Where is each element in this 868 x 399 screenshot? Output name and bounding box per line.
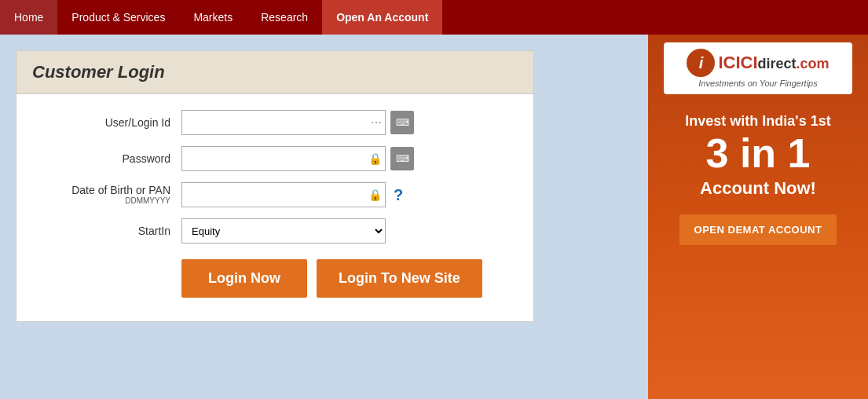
sidebar-promo: Invest with India's 1st 3 in 1 Account N… xyxy=(685,105,830,207)
promo-line1: Invest with India's 1st xyxy=(685,113,830,130)
promo-line2: Account Now! xyxy=(685,178,830,199)
dob-field-wrapper: 🔒 xyxy=(181,182,386,207)
user-id-keyboard-icon[interactable]: ⌨ xyxy=(390,111,414,134)
nav-products[interactable]: Product & Services xyxy=(57,0,179,35)
logo-box: i ICICI direct .com Investments on Your … xyxy=(664,42,852,94)
password-row: Password 🔒 ⌨ xyxy=(40,146,510,171)
nav-research[interactable]: Research xyxy=(247,0,322,35)
navbar: Home Product & Services Markets Research… xyxy=(0,0,868,35)
nav-home[interactable]: Home xyxy=(0,0,57,35)
startin-row: StartIn Equity Derivatives Currency Mutu… xyxy=(40,218,510,243)
user-id-field-wrapper: ⋯ xyxy=(181,110,386,135)
user-id-label: User/Login Id xyxy=(40,116,181,130)
login-form: User/Login Id ⋯ ⌨ Password xyxy=(16,94,533,321)
password-label: Password xyxy=(40,152,181,166)
logo-tagline: Investments on Your Fingertips xyxy=(698,79,817,88)
nav-open-account[interactable]: Open An Account xyxy=(322,0,442,35)
login-header: Customer Login xyxy=(16,51,533,94)
startin-input-wrapper: Equity Derivatives Currency Mutual Funds… xyxy=(181,218,386,243)
dob-input[interactable] xyxy=(181,182,386,207)
user-id-input[interactable] xyxy=(181,110,386,135)
password-keyboard-icon[interactable]: ⌨ xyxy=(390,147,414,170)
logo-brand: i ICICI direct .com xyxy=(687,49,829,77)
content-area: Customer Login User/Login Id ⋯ ⌨ xyxy=(0,35,648,399)
logo-icon: i xyxy=(687,49,715,77)
open-demat-button[interactable]: OPEN DEMAT ACCOUNT xyxy=(679,214,837,245)
password-input[interactable] xyxy=(181,146,386,171)
dob-input-wrapper: 🔒 ? xyxy=(181,182,403,207)
login-box: Customer Login User/Login Id ⋯ ⌨ xyxy=(16,50,534,322)
dob-label: Date of Birth or PAN DDMMYYYY xyxy=(40,184,181,207)
password-inline-icon: 🔒 xyxy=(368,152,382,165)
user-id-inline-icon: ⋯ xyxy=(371,116,382,129)
user-id-input-wrapper: ⋯ ⌨ xyxy=(181,110,414,135)
login-now-button[interactable]: Login Now xyxy=(181,259,307,298)
startin-label: StartIn xyxy=(40,225,181,238)
button-row: Login Now Login To New Site xyxy=(181,259,510,298)
user-id-row: User/Login Id ⋯ ⌨ xyxy=(40,110,510,135)
login-new-site-button[interactable]: Login To New Site xyxy=(317,259,482,298)
dob-help-icon[interactable]: ? xyxy=(394,186,403,204)
logo-text: ICICI direct .com xyxy=(718,53,829,73)
dob-row: Date of Birth or PAN DDMMYYYY 🔒 ? xyxy=(40,182,510,207)
sidebar: i ICICI direct .com Investments on Your … xyxy=(648,35,868,399)
promo-big: 3 in 1 xyxy=(685,133,830,174)
startin-select[interactable]: Equity Derivatives Currency Mutual Funds… xyxy=(181,218,386,243)
main-layout: Customer Login User/Login Id ⋯ ⌨ xyxy=(0,35,868,399)
password-input-wrapper: 🔒 ⌨ xyxy=(181,146,414,171)
password-field-wrapper: 🔒 xyxy=(181,146,386,171)
nav-markets[interactable]: Markets xyxy=(179,0,247,35)
dob-inline-icon: 🔒 xyxy=(368,189,382,201)
login-title: Customer Login xyxy=(32,62,518,82)
